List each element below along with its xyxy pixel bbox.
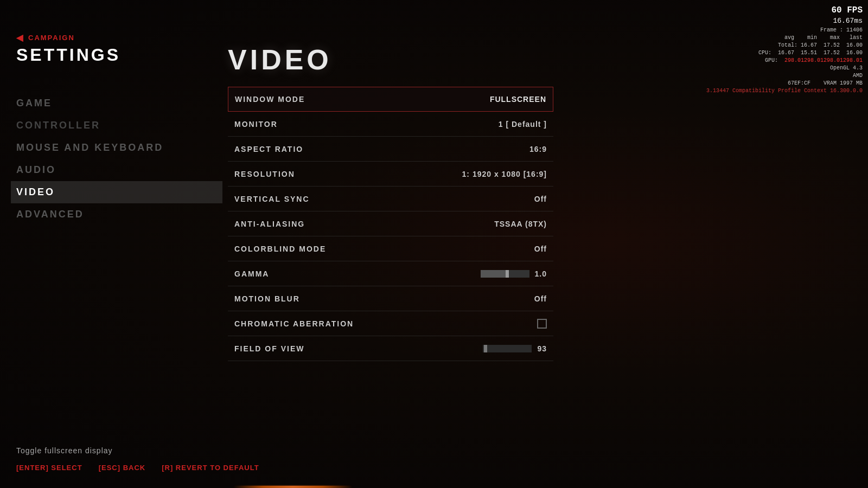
- sidebar-item-advanced[interactable]: ADVANCED: [16, 203, 222, 226]
- setting-label-aspect-ratio: ASPECT RATIO: [234, 145, 303, 153]
- page-title: VIDEO: [228, 43, 846, 76]
- sidebar-nav: GAME CONTROLLER MOUSE AND KEYBOARD AUDIO…: [16, 92, 222, 226]
- setting-monitor[interactable]: MONITOR 1 [ Default ]: [228, 112, 553, 137]
- footer-key-enter[interactable]: [ENTER] SELECT: [16, 464, 82, 472]
- gamma-slider-container: 1.0: [481, 269, 547, 278]
- setting-label-motion-blur: MOTION BLUR: [234, 294, 300, 303]
- fov-slider-container: 93: [483, 344, 547, 353]
- footer-controls: [ENTER] SELECT [ESC] BACK [R] REVERT TO …: [16, 464, 868, 472]
- sidebar-title: SETTINGS: [16, 45, 222, 65]
- setting-chromatic-aberration[interactable]: CHROMATIC ABERRATION: [228, 311, 553, 336]
- setting-value-resolution: 1: 1920 x 1080 [16:9]: [462, 170, 547, 178]
- setting-label-anti-aliasing: ANTI-ALIASING: [234, 220, 305, 228]
- footer-key-revert[interactable]: [R] REVERT TO DEFAULT: [162, 464, 259, 472]
- footer-key-esc[interactable]: [ESC] BACK: [99, 464, 146, 472]
- settings-list: WINDOW MODE FULLSCREEN MONITOR 1 [ Defau…: [228, 87, 553, 361]
- gamma-slider-thumb: [506, 270, 509, 278]
- setting-gamma[interactable]: GAMMA 1.0: [228, 261, 553, 286]
- setting-value-colorblind-mode: Off: [534, 245, 547, 253]
- sidebar: ◀ CAMPAIGN SETTINGS GAME CONTROLLER MOUS…: [0, 0, 222, 488]
- setting-vertical-sync[interactable]: VERTICAL SYNC Off: [228, 187, 553, 211]
- setting-resolution[interactable]: RESOLUTION 1: 1920 x 1080 [16:9]: [228, 162, 553, 187]
- setting-value-motion-blur: Off: [534, 294, 547, 303]
- setting-field-of-view[interactable]: FIELD OF VIEW 93: [228, 336, 553, 361]
- setting-label-monitor: MONITOR: [234, 120, 278, 129]
- sidebar-item-audio[interactable]: AUDIO: [16, 159, 222, 181]
- setting-motion-blur[interactable]: MOTION BLUR Off: [228, 286, 553, 311]
- fov-slider-thumb: [484, 345, 487, 352]
- setting-label-fov: FIELD OF VIEW: [234, 344, 304, 353]
- fov-slider-track[interactable]: [483, 345, 532, 352]
- setting-label-chromatic-aberration: CHROMATIC ABERRATION: [234, 319, 354, 328]
- setting-label-gamma: GAMMA: [234, 269, 269, 278]
- sidebar-item-controller[interactable]: CONTROLLER: [16, 114, 222, 137]
- setting-label-colorblind-mode: COLORBLIND MODE: [234, 245, 326, 253]
- setting-label-resolution: RESOLUTION: [234, 170, 295, 178]
- setting-value-gamma: 1.0: [535, 269, 547, 278]
- footer: Toggle fullscreen display [ENTER] SELECT…: [16, 446, 868, 472]
- setting-value-vertical-sync: Off: [534, 195, 547, 203]
- gamma-slider-fill: [481, 270, 508, 278]
- footer-hint: Toggle fullscreen display: [16, 446, 868, 455]
- setting-value-fov: 93: [537, 344, 547, 353]
- gamma-slider-track[interactable]: [481, 270, 529, 278]
- setting-value-anti-aliasing: TSSAA (8TX): [494, 220, 547, 228]
- setting-value-window-mode: FULLSCREEN: [490, 95, 546, 104]
- sidebar-item-game[interactable]: GAME: [16, 92, 222, 114]
- main-content: VIDEO WINDOW MODE FULLSCREEN MONITOR 1 […: [222, 0, 868, 488]
- setting-window-mode[interactable]: WINDOW MODE FULLSCREEN: [228, 87, 553, 112]
- chromatic-aberration-checkbox[interactable]: [537, 319, 547, 329]
- setting-anti-aliasing[interactable]: ANTI-ALIASING TSSAA (8TX): [228, 211, 553, 236]
- sidebar-item-video[interactable]: VIDEO: [11, 181, 222, 203]
- setting-aspect-ratio[interactable]: ASPECT RATIO 16:9: [228, 137, 553, 162]
- setting-value-monitor: 1 [ Default ]: [499, 120, 547, 129]
- setting-value-aspect-ratio: 16:9: [529, 145, 547, 153]
- back-label: CAMPAIGN: [28, 34, 75, 42]
- sidebar-item-mouse-keyboard[interactable]: MOUSE AND KEYBOARD: [16, 137, 222, 159]
- setting-label-vertical-sync: VERTICAL SYNC: [234, 195, 310, 203]
- setting-label-window-mode: WINDOW MODE: [235, 95, 305, 104]
- orange-accent-line: [233, 486, 353, 488]
- back-button[interactable]: ◀ CAMPAIGN: [16, 33, 222, 43]
- back-arrow-icon: ◀: [16, 33, 24, 43]
- setting-colorblind-mode[interactable]: COLORBLIND MODE Off: [228, 236, 553, 261]
